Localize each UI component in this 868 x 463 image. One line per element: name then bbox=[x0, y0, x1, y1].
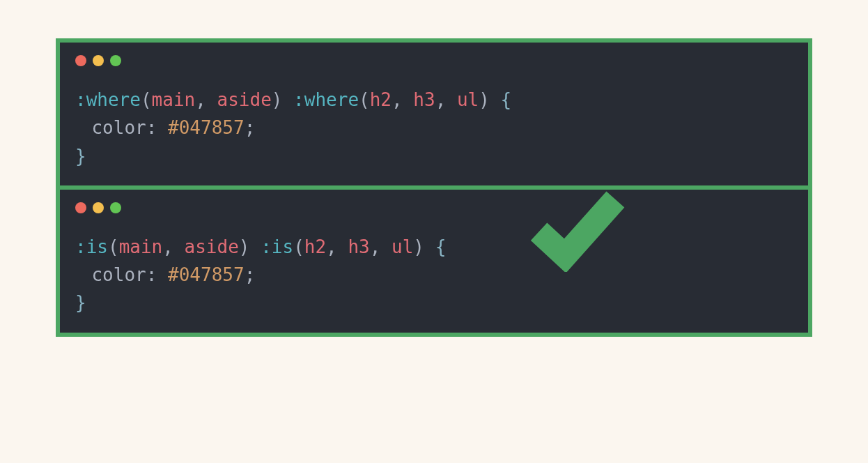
token-arg: h3 bbox=[413, 89, 435, 110]
maximize-icon bbox=[110, 55, 121, 66]
checkmark-icon bbox=[523, 181, 631, 272]
code-panel-bottom: :is(main, aside) :is(h2, h3, ul) { color… bbox=[56, 190, 812, 337]
token-paren: ( bbox=[359, 89, 370, 110]
token-pseudo: :where bbox=[293, 89, 359, 110]
window-traffic-lights bbox=[75, 202, 793, 213]
token-arg: h2 bbox=[370, 89, 392, 110]
code-block: :where(main, aside) :where(h2, h3, ul) {… bbox=[75, 86, 793, 170]
close-icon bbox=[75, 202, 86, 213]
token-comma: , bbox=[435, 89, 457, 110]
window-traffic-lights bbox=[75, 55, 793, 66]
code-block: :is(main, aside) :is(h2, h3, ul) { color… bbox=[75, 233, 793, 317]
token-value: #047857 bbox=[168, 264, 245, 285]
token-semi: ; bbox=[245, 117, 256, 138]
token-arg: main bbox=[152, 89, 196, 110]
token-paren: ) bbox=[413, 236, 424, 257]
token-value: #047857 bbox=[168, 117, 245, 138]
code-comparison-container: :where(main, aside) :where(h2, h3, ul) {… bbox=[56, 38, 812, 337]
token-arg: main bbox=[119, 236, 163, 257]
token-arg: ul bbox=[457, 89, 479, 110]
token-arg: h3 bbox=[348, 236, 369, 257]
token-arg: ul bbox=[392, 236, 413, 257]
token-brace: { bbox=[435, 236, 447, 257]
token-paren: ) bbox=[272, 89, 283, 110]
token-brace: { bbox=[501, 89, 512, 110]
token-pseudo: :where bbox=[75, 89, 141, 110]
token-comma: , bbox=[326, 236, 348, 257]
token-arg: aside bbox=[185, 236, 239, 257]
token-space bbox=[282, 89, 293, 110]
token-arg: aside bbox=[217, 89, 272, 110]
token-colon: : bbox=[146, 264, 168, 285]
token-brace: } bbox=[75, 292, 86, 313]
minimize-icon bbox=[93, 55, 104, 66]
token-paren: ) bbox=[479, 89, 490, 110]
token-brace: } bbox=[75, 146, 86, 167]
token-property: color bbox=[91, 117, 146, 138]
token-paren: ) bbox=[239, 236, 250, 257]
minimize-icon bbox=[93, 202, 104, 213]
token-space bbox=[424, 236, 435, 257]
token-pseudo: :is bbox=[75, 236, 108, 257]
token-paren: ( bbox=[141, 89, 152, 110]
token-paren: ( bbox=[293, 236, 304, 257]
token-space bbox=[250, 236, 261, 257]
token-comma: , bbox=[162, 236, 184, 257]
token-pseudo: :is bbox=[261, 236, 293, 257]
token-arg: h2 bbox=[304, 236, 326, 257]
token-comma: , bbox=[370, 236, 392, 257]
maximize-icon bbox=[110, 202, 121, 213]
token-paren: ( bbox=[108, 236, 119, 257]
token-property: color bbox=[91, 264, 146, 285]
token-space bbox=[490, 89, 501, 110]
token-comma: , bbox=[392, 89, 413, 110]
token-colon: : bbox=[146, 117, 168, 138]
token-semi: ; bbox=[245, 264, 256, 285]
close-icon bbox=[75, 55, 86, 66]
code-panel-top: :where(main, aside) :where(h2, h3, ul) {… bbox=[56, 38, 812, 190]
token-comma: , bbox=[195, 89, 217, 110]
